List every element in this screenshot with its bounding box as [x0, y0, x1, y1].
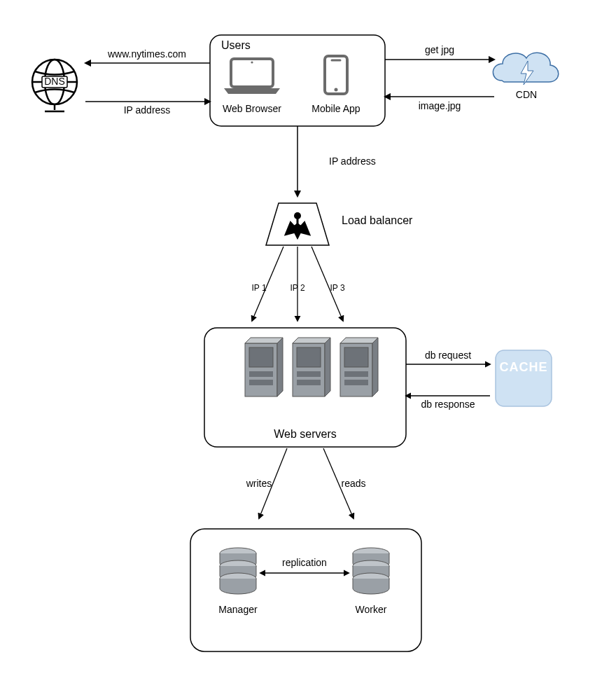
laptop-icon: [224, 59, 280, 94]
server-icon: [340, 338, 378, 396]
svg-text:www.nytimes.com: www.nytimes.com: [107, 48, 186, 60]
svg-text:IP 2: IP 2: [290, 283, 304, 293]
svg-text:IP 3: IP 3: [330, 283, 344, 293]
svg-text:replication: replication: [282, 557, 327, 568]
svg-rect-51: [344, 380, 368, 385]
cdn-node: CDN: [493, 53, 558, 100]
svg-rect-39: [249, 380, 273, 385]
svg-text:db response: db response: [421, 399, 475, 410]
svg-text:db request: db request: [425, 350, 471, 361]
svg-text:IP address: IP address: [329, 156, 376, 167]
edge-users-to-dns: www.nytimes.com: [85, 48, 210, 63]
svg-marker-41: [293, 338, 330, 343]
edge-web-to-db-writes: writes: [246, 448, 287, 518]
svg-rect-52: [496, 350, 552, 406]
svg-point-22: [294, 212, 301, 219]
svg-rect-45: [297, 380, 321, 385]
database-icon: [220, 548, 256, 594]
manager-label: Manager: [218, 604, 258, 615]
svg-marker-35: [245, 338, 283, 343]
web-servers-node: Web servers: [204, 328, 406, 447]
edge-replication: replication: [260, 557, 349, 573]
phone-icon: [325, 56, 347, 94]
edge-cache-to-web-resp: db response: [406, 396, 490, 410]
mobile-app-label: Mobile App: [312, 103, 360, 114]
architecture-diagram: DNS Users Web Browser Mobile App CDN: [0, 0, 616, 683]
edge-users-to-cdn: get jpg: [385, 44, 494, 60]
cache-label: CACHE: [499, 360, 547, 374]
svg-marker-36: [277, 338, 283, 396]
svg-text:IP 1: IP 1: [251, 283, 266, 293]
svg-text:image.jpg: image.jpg: [419, 100, 461, 111]
edge-lb-to-web-1: IP 1: [251, 247, 284, 321]
cache-node: CACHE: [496, 350, 552, 406]
svg-rect-43: [297, 347, 321, 367]
edge-web-to-db-reads: reads: [323, 448, 366, 518]
web-servers-label: Web servers: [274, 428, 337, 440]
svg-text:IP address: IP address: [124, 104, 171, 116]
users-node: Users Web Browser Mobile App: [210, 35, 385, 126]
database-node: Manager Worker replication: [190, 529, 421, 651]
svg-point-8: [251, 61, 253, 63]
server-icon: [245, 338, 283, 396]
svg-text:get jpg: get jpg: [425, 44, 454, 55]
svg-line-26: [298, 224, 309, 234]
svg-marker-48: [372, 338, 378, 396]
dns-node: DNS: [32, 60, 77, 111]
svg-rect-44: [297, 371, 321, 377]
edge-lb-to-web-3: IP 3: [312, 247, 345, 321]
load-balancer-label: Load balancer: [342, 214, 413, 226]
worker-label: Worker: [356, 604, 387, 615]
svg-text:reads: reads: [341, 478, 365, 489]
database-icon: [353, 548, 389, 594]
svg-text:writes: writes: [246, 478, 272, 489]
edge-users-to-lb: IP address: [298, 126, 376, 196]
svg-marker-42: [325, 338, 330, 396]
load-balancer-node: Load balancer: [266, 203, 413, 245]
svg-rect-37: [249, 347, 273, 367]
cdn-label: CDN: [516, 89, 537, 100]
edge-lb-to-web-2: IP 2: [290, 247, 304, 321]
svg-rect-49: [344, 347, 368, 367]
svg-marker-47: [340, 338, 378, 343]
edge-cdn-to-users: image.jpg: [385, 97, 494, 111]
server-icon: [293, 338, 330, 396]
svg-rect-38: [249, 371, 273, 377]
svg-rect-50: [344, 371, 368, 377]
users-title: Users: [221, 39, 251, 51]
edge-dns-to-users: IP address: [85, 102, 210, 116]
dns-label: DNS: [44, 76, 65, 87]
svg-line-24: [286, 224, 298, 234]
web-browser-label: Web Browser: [223, 103, 281, 114]
edge-web-to-cache-req: db request: [406, 350, 490, 364]
svg-point-10: [335, 88, 338, 92]
